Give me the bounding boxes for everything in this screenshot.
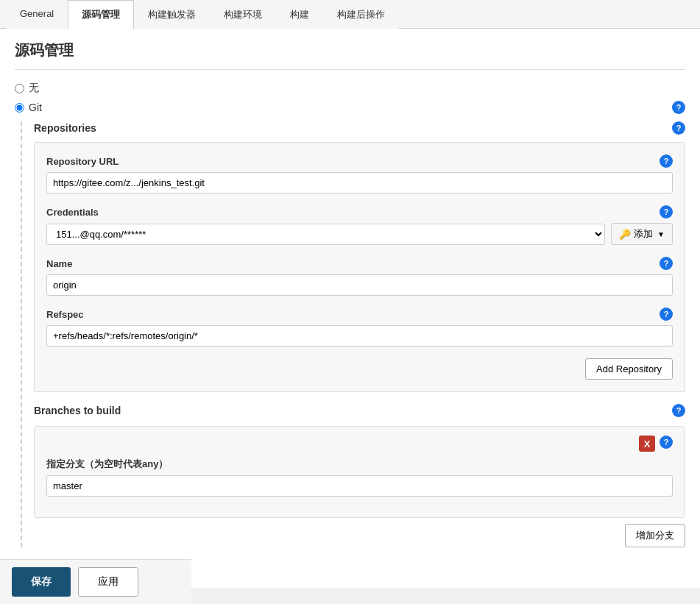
tab-build[interactable]: 构建 (276, 0, 323, 29)
credentials-row: 151...@qq.com/****** 🔑 添加 ▼ (46, 223, 673, 245)
branches-label: Branches to build (34, 405, 121, 416)
tab-env[interactable]: 构建环境 (210, 0, 276, 29)
branch-item-header: X ? (46, 436, 673, 452)
add-repository-button[interactable]: Add Repository (585, 358, 673, 380)
credentials-label: Credentials (46, 207, 99, 218)
branch-item: X ? 指定分支（为空时代表any） (34, 426, 685, 518)
branch-label-row: 指定分支（为空时代表any） (46, 458, 673, 471)
apply-button[interactable]: 应用 (78, 567, 138, 588)
page-content: 源码管理 无 Git ? Repositories ? Repository U… (0, 29, 700, 588)
branch-label: 指定分支（为空时代表any） (46, 458, 168, 471)
refspec-group: Refspec ? (46, 308, 673, 347)
branch-item-help-icon[interactable]: ? (660, 436, 673, 449)
refspec-label-row: Refspec ? (46, 308, 673, 321)
repositories-section: Repositories ? Repository URL ? Credenti… (21, 121, 685, 547)
radio-none-label: 无 (29, 82, 39, 95)
tab-general[interactable]: General (6, 0, 68, 29)
name-label: Name (46, 258, 72, 269)
delete-branch-button[interactable]: X (639, 436, 655, 452)
branches-header: Branches to build ? (34, 404, 685, 417)
name-input[interactable] (46, 274, 673, 296)
radio-none[interactable]: 无 (15, 82, 685, 95)
tab-bar: General 源码管理 构建触发器 构建环境 构建 构建后操作 (0, 0, 700, 29)
radio-git-label: Git (29, 102, 42, 113)
radio-none-input[interactable] (15, 84, 24, 93)
tab-source[interactable]: 源码管理 (68, 0, 134, 29)
branch-field-group: 指定分支（为空时代表any） (46, 458, 673, 497)
radio-git[interactable]: Git ? (15, 101, 685, 114)
repository-box: Repository URL ? Credentials ? 151...@qq… (34, 142, 685, 392)
radio-git-input[interactable] (15, 103, 24, 113)
git-help-icon[interactable]: ? (672, 101, 685, 114)
tab-post[interactable]: 构建后操作 (323, 0, 399, 29)
repositories-label: Repositories (34, 122, 96, 134)
bottom-bar: 保存 应用 (0, 559, 191, 588)
radio-group: 无 Git ? (15, 82, 685, 114)
repo-url-label: Repository URL (46, 156, 119, 167)
page-title: 源码管理 (15, 40, 685, 70)
tab-trigger[interactable]: 构建触发器 (134, 0, 210, 29)
branches-help-icon[interactable]: ? (672, 404, 685, 417)
save-button[interactable]: 保存 (12, 567, 71, 588)
repositories-header: Repositories ? (34, 121, 685, 135)
repositories-help-icon[interactable]: ? (672, 121, 685, 135)
branch-input[interactable] (46, 475, 673, 497)
refspec-help-icon[interactable]: ? (660, 308, 673, 321)
name-group: Name ? (46, 257, 673, 296)
name-help-icon[interactable]: ? (660, 257, 673, 270)
refspec-input[interactable] (46, 325, 673, 347)
credentials-label-row: Credentials ? (46, 205, 673, 218)
repo-url-help-icon[interactable]: ? (660, 154, 673, 168)
repo-url-input[interactable] (46, 172, 673, 193)
refspec-label: Refspec (46, 309, 84, 320)
add-branch-button[interactable]: 增加分支 (625, 524, 685, 547)
repo-url-label-row: Repository URL ? (46, 154, 673, 168)
add-button-label: 添加 (634, 227, 653, 241)
add-credentials-button[interactable]: 🔑 添加 ▼ (611, 223, 673, 245)
credentials-help-icon[interactable]: ? (660, 205, 673, 218)
branches-section: Branches to build ? X ? 指定分支（为空时代表any） 增… (34, 404, 685, 547)
repo-url-group: Repository URL ? (46, 154, 673, 193)
name-label-row: Name ? (46, 257, 673, 270)
credentials-select[interactable]: 151...@qq.com/****** (46, 224, 605, 245)
credentials-group: Credentials ? 151...@qq.com/****** 🔑 添加 … (46, 205, 673, 245)
dropdown-arrow-icon: ▼ (657, 230, 665, 238)
key-icon: 🔑 (619, 229, 631, 240)
